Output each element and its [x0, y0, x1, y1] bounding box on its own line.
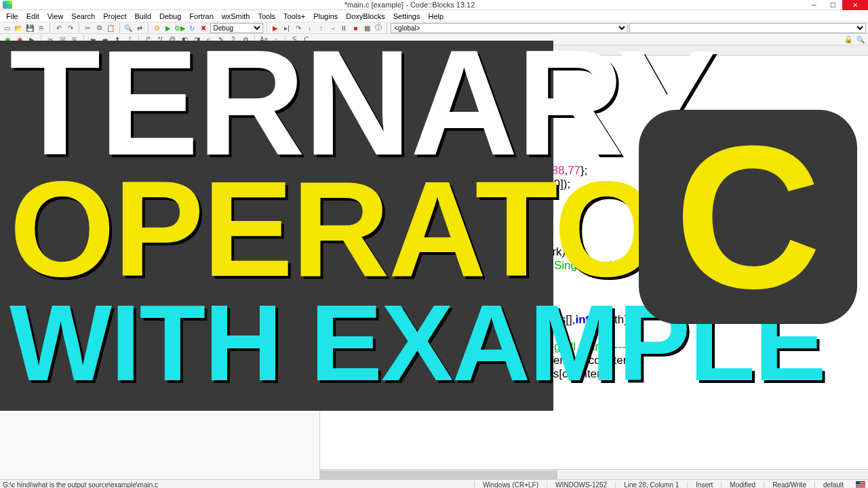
status-path: G:\c hindi\what is the output source\exa…	[3, 481, 474, 489]
t2-icon[interactable]: */	[155, 35, 165, 44]
menu-build[interactable]: Build	[130, 11, 155, 22]
break-icon[interactable]: ⏸	[339, 23, 349, 33]
management-title: Management	[0, 45, 319, 54]
status-eol: Windows (CR+LF)	[474, 481, 547, 489]
nav-back-icon[interactable]: ⬅	[87, 35, 98, 44]
t2-icon[interactable]: @	[167, 35, 178, 44]
redo-icon[interactable]: ↷	[65, 23, 75, 33]
status-position: Line 28, Column 1	[615, 481, 687, 489]
menu-edit[interactable]: Edit	[22, 11, 43, 22]
tab-main-c[interactable]: *main.c×	[320, 45, 366, 55]
close-button[interactable]: ✕	[842, 0, 868, 10]
status-readwrite: Read/Write	[764, 481, 814, 489]
status-modified: Modified	[721, 481, 764, 489]
step-into-icon[interactable]: ↓	[304, 23, 315, 33]
debug-windows-icon[interactable]: ▦	[362, 23, 372, 33]
menu-doxyblocks[interactable]: DoxyBlocks	[342, 11, 389, 22]
t2-icon[interactable]: S	[289, 35, 300, 44]
menu-debug[interactable]: Debug	[155, 11, 185, 22]
menu-help[interactable]: Help	[424, 11, 448, 22]
menu-bar: FileEditViewSearchProjectBuildDebugFortr…	[0, 10, 868, 22]
save-icon[interactable]: 💾	[25, 23, 35, 33]
menu-tools+[interactable]: Tools+	[279, 11, 309, 22]
menu-plugins[interactable]: Plugins	[309, 11, 342, 22]
t2-icon[interactable]: ⌕	[271, 35, 281, 44]
t2-icon[interactable]: ⚙	[240, 35, 251, 44]
t2-icon[interactable]: ?	[228, 35, 239, 44]
build-target-select[interactable]: Debug	[210, 23, 263, 33]
menu-wxsmith[interactable]: wxSmith	[218, 11, 254, 22]
toolbar-1: ▭ 📂 💾 ⎘ ↶ ↷ ✂ ⧉ 📋 🔍 ⇄ ⚙ ▶ ⚙▶ ↻ ✖ Debug ▶…	[0, 22, 868, 34]
t2-icon[interactable]: ⎌	[203, 35, 214, 44]
replace-icon[interactable]: ⇄	[134, 23, 144, 33]
minimize-button[interactable]: ─	[804, 0, 823, 10]
save-all-icon[interactable]: ⎘	[37, 23, 47, 33]
scope-select[interactable]: <global>	[391, 23, 627, 33]
scrollbar-horizontal[interactable]	[320, 469, 868, 479]
find-icon[interactable]: 🔍	[123, 23, 134, 33]
t2-icon[interactable]: 🔍	[855, 35, 866, 44]
menu-search[interactable]: Search	[67, 11, 99, 22]
t2-icon[interactable]: ⎘	[69, 35, 80, 44]
window-title: *main.c [example] - Code::Blocks 13.12	[15, 1, 804, 9]
menu-tools[interactable]: Tools	[254, 11, 279, 22]
t2-icon[interactable]: Aa	[258, 35, 269, 44]
t2-icon[interactable]: C	[301, 35, 312, 44]
maximize-button[interactable]: ☐	[823, 0, 842, 10]
t2-icon[interactable]: ◉	[14, 35, 25, 44]
cut-icon[interactable]: ✂	[83, 23, 93, 33]
t2-icon[interactable]: ✎	[216, 35, 226, 44]
menu-view[interactable]: View	[43, 11, 68, 22]
build-icon[interactable]: ⚙	[152, 23, 162, 33]
t2-icon[interactable]: /*	[142, 35, 153, 44]
status-encoding: WINDOWS-1252	[547, 481, 615, 489]
t2-icon[interactable]: ▶	[26, 35, 37, 44]
t2-icon[interactable]: ✂	[45, 35, 56, 44]
abort-icon[interactable]: ✖	[199, 23, 209, 33]
editor-tabstrip: *main.c×	[320, 45, 868, 56]
status-profile: default	[814, 481, 852, 489]
tab-close-icon[interactable]: ×	[356, 47, 359, 54]
t2-icon[interactable]: ◉	[2, 35, 13, 44]
undo-icon[interactable]: ↶	[54, 23, 64, 33]
toolbar-2: ◉ ◉ ▶ ✂ ☒ ⎘ ⬅ ➡ ⬆ ⤴ /* */ @ ◧ ◨ ⎌ ✎ ? ⚙ …	[0, 34, 868, 45]
status-bar: G:\c hindi\what is the output source\exa…	[0, 479, 868, 488]
run-icon[interactable]: ▶	[163, 23, 174, 33]
menu-file[interactable]: File	[2, 11, 22, 22]
nav-last-icon[interactable]: ⤴	[124, 35, 135, 44]
info-icon[interactable]: ⓘ	[374, 23, 384, 33]
c-badge: C	[639, 110, 857, 324]
menu-project[interactable]: Project	[99, 11, 130, 22]
menu-fortran[interactable]: Fortran	[185, 11, 217, 22]
nav-fwd-icon[interactable]: ➡	[100, 35, 111, 44]
step-out-icon[interactable]: ↑	[316, 23, 326, 33]
app-icon	[3, 1, 12, 9]
t2-icon[interactable]: ◨	[191, 35, 202, 44]
stop-debug-icon[interactable]: ■	[351, 23, 361, 33]
management-panel: Management	[0, 45, 320, 479]
t2-icon[interactable]: ◧	[179, 35, 190, 44]
step-over-icon[interactable]: ↷	[293, 23, 303, 33]
symbol-select[interactable]	[629, 23, 866, 33]
rebuild-icon[interactable]: ↻	[187, 23, 197, 33]
paste-icon[interactable]: 📋	[106, 23, 116, 33]
menu-settings[interactable]: Settings	[389, 11, 425, 22]
nav-up-icon[interactable]: ⬆	[112, 35, 123, 44]
copy-icon[interactable]: ⧉	[94, 23, 104, 33]
lang-flag-icon	[856, 481, 865, 488]
open-icon[interactable]: 📂	[14, 23, 24, 33]
new-file-icon[interactable]: ▭	[2, 23, 12, 33]
debug-start-icon[interactable]: ▶	[271, 23, 281, 33]
t2-icon[interactable]: ☒	[57, 35, 68, 44]
build-run-icon[interactable]: ⚙▶	[175, 23, 186, 33]
next-instr-icon[interactable]: →	[328, 23, 338, 33]
status-insert: Insert	[687, 481, 721, 489]
run-to-cursor-icon[interactable]: ▸|	[282, 23, 292, 33]
t2-icon[interactable]: 🔓	[843, 35, 854, 44]
